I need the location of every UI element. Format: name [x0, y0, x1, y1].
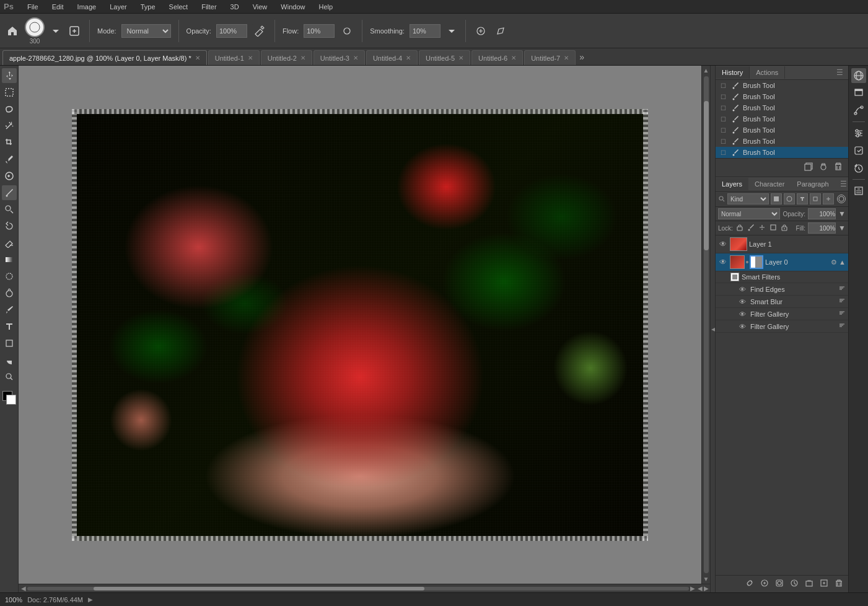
tool-text[interactable] — [2, 319, 17, 334]
stylus-toggle[interactable] — [493, 24, 508, 38]
layer-link-button[interactable] — [743, 577, 756, 591]
tool-brush[interactable] — [2, 185, 17, 200]
tab-7-close[interactable]: ✕ — [564, 55, 569, 61]
layer-opacity-input[interactable] — [808, 208, 836, 219]
history-item[interactable]: ☐ Brush Tool — [716, 91, 848, 102]
tab-untitled-6[interactable]: Untitled-6 ✕ — [471, 50, 523, 65]
tool-eraser[interactable] — [2, 235, 17, 250]
layer-group-button[interactable] — [802, 577, 816, 591]
layer-mask-button[interactable] — [773, 577, 786, 591]
layer-filter-select[interactable]: Kind — [727, 193, 769, 204]
filter-gallery-1-visibility[interactable]: 👁 — [738, 310, 747, 318]
airbrush-toggle[interactable] — [340, 24, 354, 38]
adjustments-icon[interactable] — [851, 126, 866, 141]
tabs-overflow-button[interactable]: » — [577, 52, 587, 62]
scroll-right-arrow[interactable]: ▶ — [689, 585, 696, 592]
layers-panel-menu[interactable]: ☰ — [835, 177, 848, 191]
tab-untitled-7[interactable]: Untitled-7 ✕ — [524, 50, 576, 65]
filter-adjustment-button[interactable] — [784, 193, 795, 204]
filter-smart-blur-options[interactable] — [838, 297, 846, 306]
history-item-selected[interactable]: ☐ Brush Tool — [716, 147, 848, 158]
tool-marquee[interactable] — [2, 85, 17, 100]
tab-6-close[interactable]: ✕ — [511, 55, 516, 61]
lock-position-button[interactable] — [758, 223, 766, 234]
menu-3d[interactable]: 3D — [228, 2, 242, 12]
opacity-airbrush-toggle[interactable] — [252, 24, 267, 38]
layer-filter-toggle[interactable] — [837, 195, 846, 203]
menu-help[interactable]: Help — [316, 2, 335, 12]
tool-dodge[interactable] — [2, 286, 17, 301]
filter-item-gallery-2[interactable]: 👁 Filter Gallery — [716, 320, 848, 333]
filter-gallery-1-options[interactable] — [838, 309, 846, 318]
scroll-nav-right[interactable]: ▶ — [704, 585, 709, 592]
history-item[interactable]: ☐ Brush Tool — [716, 80, 848, 91]
scroll-v-track[interactable] — [704, 76, 709, 573]
scroll-up-arrow[interactable]: ▲ — [702, 66, 711, 75]
layer-fill-input[interactable] — [808, 222, 836, 234]
vertical-scrollbar[interactable]: ▲ ▼ — [701, 66, 710, 584]
history-item[interactable]: ☐ Brush Tool — [716, 136, 848, 147]
tool-move[interactable] — [2, 68, 17, 83]
menu-image[interactable]: Image — [75, 2, 99, 12]
blend-mode-select[interactable]: Normal — [121, 24, 171, 38]
scroll-left-arrow[interactable]: ◀ — [20, 585, 27, 592]
filter-item-gallery-1[interactable]: 👁 Filter Gallery — [716, 308, 848, 320]
tab-4-close[interactable]: ✕ — [406, 55, 411, 61]
lock-pixels-button[interactable] — [747, 223, 755, 234]
styles-icon[interactable] — [851, 143, 866, 158]
lock-transparent-button[interactable] — [735, 223, 744, 234]
tool-eyedropper[interactable] — [2, 152, 17, 167]
filter-find-edges-visibility[interactable]: 👁 — [738, 285, 747, 294]
status-expand-button[interactable]: ▶ — [88, 596, 93, 603]
channels-icon[interactable] — [851, 68, 866, 83]
smoothing-input[interactable] — [410, 24, 441, 38]
filter-shape-button[interactable] — [810, 193, 821, 204]
tool-history-brush[interactable] — [2, 219, 17, 234]
filter-smart-button[interactable] — [823, 193, 834, 204]
properties-icon[interactable] — [851, 183, 866, 198]
filter-gallery-2-options[interactable] — [838, 322, 846, 331]
tab-untitled-1[interactable]: Untitled-1 ✕ — [208, 50, 260, 65]
layer-fx-button[interactable] — [758, 577, 771, 591]
history-panel-menu[interactable]: ☰ — [831, 66, 848, 79]
menu-type[interactable]: Type — [138, 2, 158, 12]
history-snapshot-button[interactable] — [817, 160, 830, 175]
tab-active-close[interactable]: ✕ — [195, 55, 200, 61]
layer-1-visibility-toggle[interactable]: 👁 — [718, 239, 728, 249]
tool-clone[interactable] — [2, 202, 17, 217]
filter-pixel-button[interactable] — [771, 193, 782, 204]
tab-active[interactable]: apple-2788662_1280.jpg @ 100% (Layer 0, … — [2, 50, 207, 65]
history-item[interactable]: ☐ Brush Tool — [716, 113, 848, 125]
filter-item-smart-blur[interactable]: 👁 Smart Blur — [716, 296, 848, 308]
filter-gallery-2-visibility[interactable]: 👁 — [738, 322, 747, 331]
scroll-down-arrow[interactable]: ▼ — [702, 574, 711, 584]
layer-adjustment-button[interactable] — [787, 577, 801, 591]
tab-3-close[interactable]: ✕ — [353, 55, 358, 61]
character-tab[interactable]: Character — [748, 178, 791, 190]
brush-settings-toggle[interactable] — [67, 24, 82, 38]
history-item[interactable]: ☐ Brush Tool — [716, 102, 848, 113]
filter-smart-blur-visibility[interactable]: 👁 — [738, 297, 747, 306]
home-button[interactable] — [5, 24, 20, 38]
flow-input[interactable] — [304, 24, 335, 38]
history-tab[interactable]: History — [716, 66, 750, 79]
layer-0-expand-icon[interactable]: ▲ — [839, 258, 846, 266]
tool-shape[interactable] — [2, 336, 17, 351]
canvas-viewport[interactable] — [19, 66, 701, 584]
menu-select[interactable]: Select — [167, 2, 191, 12]
tab-1-close[interactable]: ✕ — [248, 55, 253, 61]
tool-lasso[interactable] — [2, 102, 17, 116]
layer-0-link-icon[interactable]: ⚙ — [831, 258, 837, 266]
tool-magic-wand[interactable] — [2, 118, 17, 133]
filter-item-find-edges[interactable]: 👁 Find Edges — [716, 283, 848, 296]
menu-file[interactable]: File — [25, 2, 41, 12]
tab-untitled-3[interactable]: Untitled-3 ✕ — [313, 50, 365, 65]
opacity-input[interactable] — [216, 24, 247, 38]
filter-type-button[interactable] — [797, 193, 808, 204]
foreground-color[interactable] — [2, 391, 16, 405]
tab-2-close[interactable]: ✕ — [300, 55, 305, 61]
tool-crop[interactable] — [2, 135, 17, 150]
history-icon[interactable] — [851, 160, 866, 175]
scroll-h-thumb[interactable] — [94, 587, 424, 591]
layer-blend-mode-select[interactable]: Normal — [718, 208, 780, 219]
